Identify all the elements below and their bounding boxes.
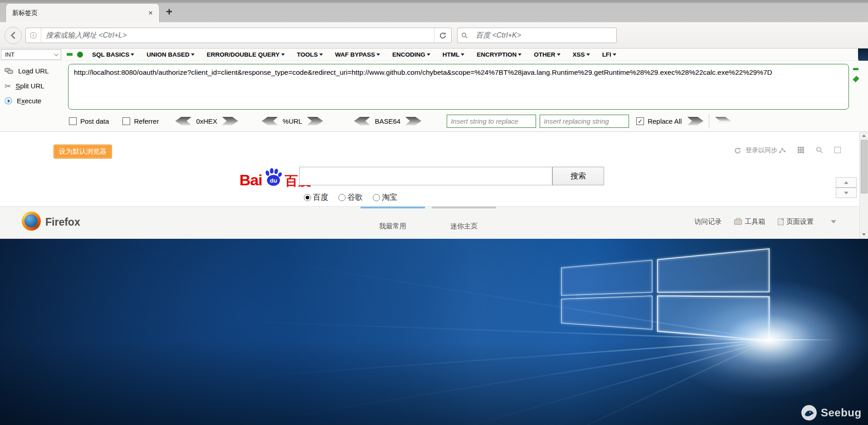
menu-waf-bypass[interactable]: WAF BYPASS bbox=[335, 51, 380, 58]
base64-decode-button[interactable] bbox=[354, 117, 370, 126]
url-bar[interactable]: ⓘ bbox=[25, 28, 452, 43]
radio-icon[interactable] bbox=[338, 194, 346, 201]
grid-icon[interactable] bbox=[797, 146, 805, 154]
hackbar-mode-value: INT bbox=[5, 51, 15, 58]
menu-label: SQL BASICS bbox=[92, 51, 129, 58]
baidu-paw-icon: du bbox=[263, 168, 284, 188]
svg-text:du: du bbox=[270, 177, 277, 184]
page-corner-icons bbox=[779, 146, 841, 154]
square-icon[interactable] bbox=[834, 147, 841, 153]
tab-most-used[interactable]: 我最常用 bbox=[361, 207, 425, 239]
tab-title: 新标签页 bbox=[12, 9, 148, 17]
referrer-checkbox[interactable] bbox=[122, 117, 130, 125]
site-info-icon[interactable]: ⓘ bbox=[26, 28, 41, 43]
menu-label: LFI bbox=[602, 51, 611, 58]
hackbar-minus-icon[interactable] bbox=[67, 53, 73, 56]
menu-lfi[interactable]: LFI bbox=[602, 51, 616, 58]
menu-label: TOOLS bbox=[297, 51, 318, 58]
scroll-down-button[interactable] bbox=[860, 231, 868, 238]
execute-button[interactable]: Execute bbox=[2, 95, 66, 107]
replace-secondary-button[interactable] bbox=[715, 117, 731, 126]
menu-xss[interactable]: XSS bbox=[573, 51, 590, 58]
replace-from-input[interactable] bbox=[447, 115, 536, 128]
menu-html[interactable]: HTML bbox=[443, 51, 465, 58]
collapse-bar-icon[interactable] bbox=[831, 220, 836, 223]
play-icon bbox=[5, 97, 12, 105]
newtab-bottom-bar: Firefox 我最常用 迷你主页 访问记录 工具箱 页面设置 bbox=[0, 206, 868, 239]
menu-error-double-query[interactable]: ERROR/DOUBLE QUERY bbox=[207, 51, 285, 58]
tab-bar: 新标签页 × + bbox=[0, 0, 868, 22]
search-icon bbox=[458, 32, 471, 39]
menu-label: ENCODING bbox=[392, 51, 425, 58]
radio-selected-icon[interactable] bbox=[304, 194, 311, 201]
seebug-wordmark: Seebug bbox=[821, 406, 862, 419]
menu-encoding[interactable]: ENCODING bbox=[392, 51, 430, 58]
baidu-logo-bai: Bai bbox=[239, 172, 262, 188]
toolbox-link[interactable]: 工具箱 bbox=[734, 217, 765, 226]
menu-label: OTHER bbox=[534, 51, 555, 58]
vignette bbox=[0, 239, 868, 425]
hackbar-mode-select[interactable]: INT bbox=[1, 49, 61, 60]
page-settings-link[interactable]: 页面设置 bbox=[778, 217, 814, 226]
load-url-button[interactable]: Load URL bbox=[2, 65, 66, 77]
reload-button[interactable] bbox=[434, 28, 451, 43]
shrink-textarea-icon[interactable] bbox=[853, 68, 858, 70]
dial-up-button[interactable] bbox=[836, 177, 857, 188]
base64-encode-button[interactable] bbox=[405, 117, 421, 126]
engine-label: 谷歌 bbox=[347, 192, 363, 203]
hackbar-plus-icon[interactable] bbox=[77, 52, 83, 58]
scrollbar-thumb[interactable] bbox=[861, 140, 868, 193]
baidu-search-input[interactable] bbox=[299, 167, 552, 185]
browser-tab[interactable]: 新标签页 × bbox=[5, 3, 160, 22]
search-input[interactable] bbox=[471, 31, 616, 39]
menu-tools[interactable]: TOOLS bbox=[297, 51, 323, 58]
split-url-button[interactable]: ✂ Split URL bbox=[2, 80, 66, 92]
menu-sql-basics[interactable]: SQL BASICS bbox=[92, 51, 134, 58]
history-link[interactable]: 访问记录 bbox=[694, 217, 722, 226]
sign-in-to-sync[interactable]: 登录以同步 bbox=[734, 146, 777, 155]
radio-icon[interactable] bbox=[373, 194, 380, 201]
new-tab-button[interactable]: + bbox=[166, 5, 172, 18]
chevron-down-icon bbox=[376, 53, 380, 56]
hex-decode-button[interactable] bbox=[175, 117, 191, 126]
post-data-checkbox[interactable] bbox=[69, 117, 77, 125]
down-arrow-icon bbox=[862, 233, 866, 236]
engine-baidu[interactable]: 百度 bbox=[304, 192, 328, 203]
hex-encode-button[interactable] bbox=[222, 117, 238, 126]
grow-textarea-icon[interactable] bbox=[853, 76, 859, 82]
close-tab-icon[interactable]: × bbox=[148, 9, 153, 17]
menu-label: XSS bbox=[573, 51, 585, 58]
page-scrollbar[interactable] bbox=[859, 132, 868, 239]
chevron-down-icon bbox=[427, 53, 430, 56]
hex-label: 0xHEX bbox=[196, 117, 217, 125]
zoom-icon[interactable] bbox=[816, 146, 823, 154]
menu-label: UNION BASED bbox=[146, 51, 190, 58]
dial-down-button[interactable] bbox=[836, 188, 857, 198]
url-decode-button[interactable] bbox=[262, 117, 278, 126]
tab-mini-home[interactable]: 迷你主页 bbox=[432, 207, 496, 239]
replace-execute-button[interactable] bbox=[687, 117, 703, 126]
menu-union-based[interactable]: UNION BASED bbox=[146, 51, 195, 58]
scroll-up-button[interactable] bbox=[860, 132, 868, 139]
menu-other[interactable]: OTHER bbox=[534, 51, 560, 58]
back-button[interactable] bbox=[5, 27, 22, 44]
hackbar-url-textarea[interactable]: http://localhost:8080/oauth/authorize?cl… bbox=[68, 64, 849, 110]
sync-icon bbox=[734, 147, 741, 155]
search-bar[interactable] bbox=[457, 28, 617, 43]
chevron-down-icon bbox=[518, 53, 522, 56]
engine-taobao[interactable]: 淘宝 bbox=[373, 192, 397, 203]
set-default-browser-button[interactable]: 设为默认浏览器 bbox=[54, 145, 112, 159]
page-settings-icon bbox=[778, 218, 784, 225]
menu-encryption[interactable]: ENCRYPTION bbox=[477, 51, 522, 58]
chevron-down-icon bbox=[557, 53, 561, 56]
url-encode-button[interactable] bbox=[307, 117, 323, 126]
baidu-search-button[interactable]: 搜索 bbox=[552, 167, 604, 185]
chevron-down-icon bbox=[461, 53, 464, 56]
url-input[interactable] bbox=[41, 31, 434, 39]
search-engine-options: 百度 谷歌 淘宝 bbox=[304, 192, 397, 203]
replace-to-input[interactable] bbox=[540, 115, 629, 128]
desktop-wallpaper: Seebug bbox=[0, 239, 868, 425]
share-nodes-icon[interactable] bbox=[779, 146, 786, 154]
engine-google[interactable]: 谷歌 bbox=[338, 192, 363, 203]
replace-all-checkbox[interactable]: ✓ bbox=[636, 117, 644, 125]
